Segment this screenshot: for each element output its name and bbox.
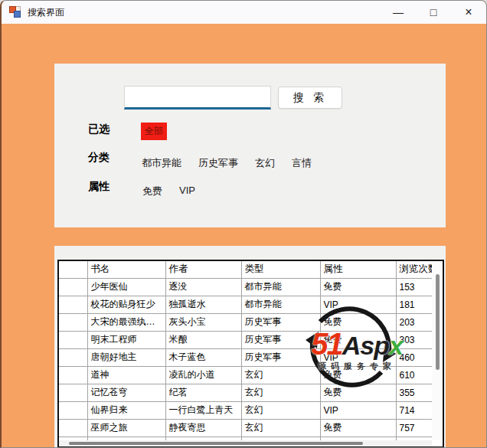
table-cell[interactable]: VIP (320, 348, 396, 366)
table-cell[interactable]: 历史军事 (241, 331, 320, 348)
table-cell[interactable]: 独孤逝水 (165, 296, 241, 313)
table-cell[interactable]: 静夜寄思 (165, 419, 241, 437)
table-cell[interactable]: 逐没 (165, 278, 241, 296)
category-option[interactable]: 历史军事 (198, 156, 238, 170)
table-row[interactable]: 少年医仙逐没都市异能免费153 (59, 278, 444, 296)
table-cell[interactable]: 都市异能 (241, 278, 320, 296)
table-cell[interactable]: 玄幻 (241, 384, 320, 401)
table-body: 少年医仙逐没都市异能免费153校花的贴身狂少独孤逝水都市异能VIP181大宋的最… (59, 278, 444, 437)
close-button[interactable]: × (451, 1, 486, 24)
table-cell[interactable]: 木子蓝色 (165, 348, 241, 366)
search-input[interactable] (124, 86, 271, 110)
search-button[interactable]: 搜 索 (278, 87, 342, 109)
table-row[interactable]: 仙界归来一行白鹭上青天玄幻VIP714 (59, 401, 444, 419)
row-header-cell (59, 261, 87, 278)
row-header-cell[interactable] (59, 384, 87, 401)
row-header-cell[interactable] (59, 348, 87, 366)
table-cell[interactable]: VIP (320, 296, 396, 313)
horizontal-scrollbar[interactable] (59, 440, 432, 446)
column-header[interactable]: 类型 (241, 261, 320, 278)
column-header[interactable]: 属性 (320, 261, 396, 278)
window-title: 搜索界面 (28, 6, 64, 19)
row-header-cell[interactable] (59, 296, 87, 313)
table-cell[interactable]: 玄幻 (241, 401, 320, 419)
table-cell[interactable]: 道神 (87, 366, 165, 384)
category-label: 分类 (88, 151, 109, 165)
horizontal-scrollbar-thumb[interactable] (69, 442, 363, 445)
attribute-label: 属性 (88, 180, 109, 194)
attribute-options: 免费VIP (142, 185, 195, 198)
table-row[interactable]: 大宋的最强纨…灰头小宝历史军事免费203 (59, 313, 444, 331)
table-cell[interactable]: 大宋的最强纨… (87, 313, 165, 331)
table-cell[interactable]: VIP (320, 401, 396, 419)
row-header-cell[interactable] (59, 331, 87, 348)
table-cell[interactable]: 历史军事 (241, 348, 320, 366)
table-cell[interactable]: 历史军事 (241, 313, 320, 331)
row-header-cell[interactable] (59, 278, 87, 296)
table-row[interactable]: 记忆苍穹纪茗玄幻免费355 (59, 384, 444, 401)
attribute-option[interactable]: VIP (179, 185, 195, 198)
title-bar: 搜索界面 — □ × (2, 1, 486, 24)
app-icon-square (14, 11, 21, 18)
table-cell[interactable]: 一行白鹭上青天 (165, 401, 241, 419)
table-cell[interactable]: 玄幻 (241, 366, 320, 384)
table-cell[interactable]: 校花的贴身狂少 (87, 296, 165, 313)
table-cell[interactable]: 灰头小宝 (165, 313, 241, 331)
table-cell[interactable]: 免费 (320, 384, 396, 401)
minimize-button[interactable]: — (381, 1, 416, 24)
table-cell[interactable]: 免费 (320, 278, 396, 296)
column-header[interactable]: 书名 (87, 261, 165, 278)
vertical-scrollbar[interactable] (432, 261, 443, 440)
category-option[interactable]: 玄幻 (255, 156, 275, 170)
selected-label: 已选 (88, 123, 109, 136)
table-row[interactable]: 明末工程师米酿历史军事免费303 (59, 331, 444, 348)
table-cell[interactable]: 玄幻 (241, 419, 320, 437)
row-header-cell[interactable] (59, 419, 87, 437)
selected-chip[interactable]: 全部 (141, 123, 167, 140)
table-row[interactable]: 唐朝好地主木子蓝色历史军事VIP460 (59, 348, 444, 366)
results-panel: 书名 作者 类型 属性 浏览次数 少年医仙逐没都市异能免费153校花的贴身狂少独… (54, 246, 446, 448)
table-cell[interactable]: 免费 (320, 331, 396, 348)
window-controls: — □ × (381, 1, 486, 24)
table-cell[interactable]: 免费 (320, 419, 396, 437)
app-window: 搜索界面 — □ × 搜 索 已选 全部 分类 都市异能历史军事玄幻言情 属性 … (0, 0, 487, 448)
table-cell[interactable]: 免费 (320, 366, 396, 384)
table-cell[interactable]: 都市异能 (241, 296, 320, 313)
table-row[interactable]: 巫师之旅静夜寄思玄幻免费757 (59, 419, 444, 437)
table-cell[interactable]: 纪茗 (165, 384, 241, 401)
category-options: 都市异能历史军事玄幻言情 (142, 156, 312, 170)
table-cell[interactable]: 凌乱的小道 (165, 366, 241, 384)
table-cell[interactable]: 少年医仙 (87, 278, 165, 296)
table-header-row: 书名 作者 类型 属性 浏览次数 (59, 261, 444, 278)
app-icon (9, 6, 21, 18)
row-header-cell[interactable] (59, 401, 87, 419)
attribute-option[interactable]: 免费 (142, 185, 162, 198)
table-row[interactable]: 道神凌乱的小道玄幻免费610 (59, 366, 444, 384)
category-option[interactable]: 都市异能 (142, 156, 181, 170)
books-grid: 书名 作者 类型 属性 浏览次数 少年医仙逐没都市异能免费153校花的贴身狂少独… (57, 260, 444, 448)
books-table: 书名 作者 类型 属性 浏览次数 少年医仙逐没都市异能免费153校花的贴身狂少独… (59, 261, 444, 441)
maximize-button[interactable]: □ (416, 1, 451, 24)
table-cell[interactable]: 仙界归来 (87, 401, 165, 419)
table-cell[interactable]: 明末工程师 (87, 331, 165, 348)
table-row[interactable]: 校花的贴身狂少独孤逝水都市异能VIP181 (59, 296, 444, 313)
category-option[interactable]: 言情 (292, 156, 312, 170)
table-cell[interactable]: 记忆苍穹 (87, 384, 165, 401)
search-panel: 搜 索 已选 全部 分类 都市异能历史军事玄幻言情 属性 免费VIP (54, 64, 446, 227)
table-cell[interactable]: 米酿 (165, 331, 241, 348)
row-header-cell[interactable] (59, 366, 87, 384)
vertical-scrollbar-thumb[interactable] (436, 274, 440, 370)
column-header[interactable]: 作者 (165, 261, 241, 278)
table-cell[interactable]: 巫师之旅 (87, 419, 165, 437)
table-cell[interactable]: 唐朝好地主 (87, 348, 165, 366)
row-header-cell[interactable] (59, 313, 87, 331)
table-cell[interactable]: 免费 (320, 313, 396, 331)
